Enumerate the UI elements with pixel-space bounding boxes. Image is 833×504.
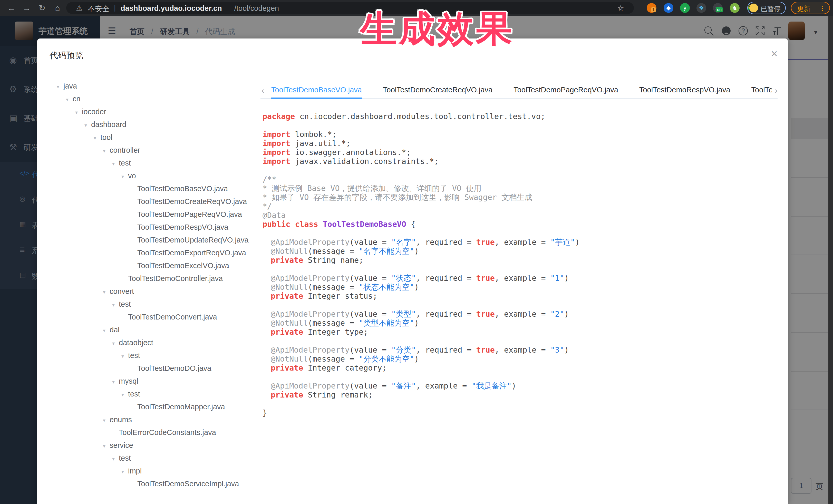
tree-folder-test[interactable]: ▾test bbox=[49, 298, 257, 311]
tree-folder-cn[interactable]: ▾cn bbox=[49, 92, 257, 105]
tree-file-ToolTestDemoController.java[interactable]: ▾ToolTestDemoController.java bbox=[49, 272, 257, 285]
tree-node-label: mysql bbox=[119, 377, 138, 385]
code-line: private Integer type; bbox=[263, 328, 776, 336]
code-token: ) bbox=[414, 318, 419, 328]
tree-caret-icon[interactable]: ▾ bbox=[103, 144, 110, 157]
close-icon[interactable]: × bbox=[771, 47, 778, 60]
tree-caret-icon[interactable]: ▾ bbox=[121, 465, 128, 478]
tree-caret-icon[interactable]: ▾ bbox=[94, 131, 100, 144]
tabs-scroll-right-icon[interactable]: › bbox=[775, 86, 778, 95]
tab-ToolTestDemoCreateReqVO.java[interactable]: ToolTestDemoCreateReqVO.java bbox=[383, 82, 493, 99]
tree-caret-icon[interactable]: ▾ bbox=[121, 388, 128, 401]
tree-node-label: dal bbox=[110, 326, 120, 334]
security-label[interactable]: 不安全 bbox=[88, 4, 109, 14]
code-line: import lombok.*; bbox=[263, 130, 776, 139]
tree-caret-icon[interactable]: ▾ bbox=[112, 157, 119, 170]
code-token: private bbox=[271, 363, 308, 373]
tree-folder-controller[interactable]: ▾controller bbox=[49, 144, 257, 157]
tab-ToolTestDemoPageReqVO.java[interactable]: ToolTestDemoPageReqVO.java bbox=[514, 82, 618, 99]
browser-forward-icon[interactable]: → bbox=[21, 3, 32, 13]
tree-folder-dataobject[interactable]: ▾dataobject bbox=[49, 336, 257, 349]
code-token: "名字不能为空" bbox=[359, 247, 414, 256]
code-line: private String remark; bbox=[263, 390, 776, 399]
code-token: String remark; bbox=[308, 390, 373, 399]
browser-back-icon[interactable]: ← bbox=[6, 3, 17, 13]
tree-caret-icon[interactable]: ▾ bbox=[75, 106, 82, 119]
dialog-title: 代码预览 bbox=[50, 50, 84, 61]
tree-folder-dal[interactable]: ▾dal bbox=[49, 323, 257, 336]
tree-caret-icon[interactable]: ▾ bbox=[85, 119, 91, 131]
tree-caret-icon[interactable]: ▾ bbox=[103, 324, 110, 337]
tree-caret-icon[interactable]: ▾ bbox=[103, 414, 110, 427]
tree-file-ToolTestDemoMapper.java[interactable]: ▾ToolTestDemoMapper.java bbox=[49, 400, 257, 413]
tree-folder-service[interactable]: ▾service bbox=[49, 439, 257, 452]
tree-caret-icon[interactable]: ▾ bbox=[112, 452, 119, 465]
tree-caret-icon[interactable]: ▾ bbox=[121, 350, 128, 363]
extension-icon[interactable]: ♞ bbox=[730, 3, 740, 13]
tree-file-ToolTestDemoPageReqVO.java[interactable]: ▾ToolTestDemoPageReqVO.java bbox=[49, 208, 257, 221]
tree-file-ToolTestDemoUpdateReqVO.java[interactable]: ▾ToolTestDemoUpdateReqVO.java bbox=[49, 234, 257, 246]
tree-folder-test[interactable]: ▾test bbox=[49, 452, 257, 464]
tree-node-label: java bbox=[63, 82, 77, 90]
tree-caret-icon[interactable]: ▾ bbox=[121, 170, 128, 183]
tree-caret-icon[interactable]: ▾ bbox=[57, 80, 63, 93]
tree-folder-impl[interactable]: ▾impl bbox=[49, 464, 257, 477]
tree-folder-mysql[interactable]: ▾mysql bbox=[49, 375, 257, 387]
tree-folder-convert[interactable]: ▾convert bbox=[49, 285, 257, 298]
code-token: private bbox=[271, 390, 308, 399]
code-line: @NotNull(message = "类型不能为空") bbox=[263, 318, 776, 328]
tabs-scroll-left-icon[interactable]: ‹ bbox=[262, 86, 264, 95]
tree-file-ToolTestDemoExportReqVO.java[interactable]: ▾ToolTestDemoExportReqVO.java bbox=[49, 246, 257, 259]
code-token: true bbox=[476, 345, 495, 354]
tree-folder-iocoder[interactable]: ▾iocoder bbox=[49, 105, 257, 118]
code-line: @ApiModelProperty(value = "分类", required… bbox=[263, 345, 776, 354]
tree-file-ToolTestDemoRespVO.java[interactable]: ▾ToolTestDemoRespVO.java bbox=[49, 221, 257, 234]
code-token: ) bbox=[564, 310, 569, 318]
tree-file-ToolTestDemoBaseVO.java[interactable]: ▾ToolTestDemoBaseVO.java bbox=[49, 182, 257, 195]
code-token: , example = bbox=[495, 345, 550, 354]
address-bar[interactable]: ⚠ 不安全 | dashboard.yudao.iocoder.cn /tool… bbox=[66, 2, 634, 14]
browser-update-button[interactable]: 更新 ⋮ bbox=[791, 2, 830, 14]
tree-file-ToolTestDemoServiceImpl.java[interactable]: ▾ToolTestDemoServiceImpl.java bbox=[49, 477, 257, 490]
code-line: @ApiModelProperty(value = "备注", example … bbox=[263, 381, 776, 390]
extension-icon[interactable]: 1 bbox=[647, 3, 657, 13]
bookmark-star-icon[interactable]: ☆ bbox=[617, 4, 624, 13]
tree-caret-icon[interactable]: ▾ bbox=[103, 439, 110, 452]
tree-caret-icon[interactable]: ▾ bbox=[66, 93, 73, 106]
code-token: private bbox=[271, 291, 308, 301]
tree-folder-test[interactable]: ▾test bbox=[49, 157, 257, 169]
tree-caret-icon[interactable]: ▾ bbox=[112, 376, 119, 388]
tab-ToolTestDemoRespVO.java[interactable]: ToolTestDemoRespVO.java bbox=[639, 82, 730, 99]
tree-folder-dashboard[interactable]: ▾dashboard bbox=[49, 118, 257, 131]
tab-ToolTestDemoBaseVO.java[interactable]: ToolTestDemoBaseVO.java bbox=[271, 82, 362, 99]
tree-folder-enums[interactable]: ▾enums bbox=[49, 413, 257, 426]
tree-folder-java[interactable]: ▾java bbox=[49, 79, 257, 92]
code-token: "分类不能为空" bbox=[359, 354, 414, 363]
code-token: "类型不能为空" bbox=[359, 318, 414, 328]
code-line: package cn.iocoder.dashboard.modules.too… bbox=[263, 112, 776, 121]
code-token: */ bbox=[263, 202, 272, 211]
tree-folder-tool[interactable]: ▾tool bbox=[49, 131, 257, 144]
tree-folder-vo[interactable]: ▾vo bbox=[49, 169, 257, 182]
tab-ToolTestDemoUpdateReqVO.java[interactable]: ToolTestDemoUpdateReqVO.java bbox=[752, 82, 772, 99]
extension-icon[interactable]: ☰ on bbox=[713, 3, 723, 13]
browser-reload-icon[interactable]: ↻ bbox=[37, 3, 48, 13]
tree-folder-test[interactable]: ▾test bbox=[49, 387, 257, 400]
tree-caret-icon[interactable]: ▾ bbox=[103, 286, 110, 298]
code-line: */ bbox=[263, 202, 776, 211]
tree-folder-test[interactable]: ▾test bbox=[49, 349, 257, 362]
extension-icon[interactable]: y bbox=[680, 3, 690, 13]
code-token: "芋道" bbox=[550, 238, 575, 247]
tree-file-ToolTestDemoCreateReqVO.java[interactable]: ▾ToolTestDemoCreateReqVO.java bbox=[49, 195, 257, 208]
extension-icon[interactable]: ❖ bbox=[696, 3, 706, 13]
tree-file-ToolTestDemoConvert.java[interactable]: ▾ToolTestDemoConvert.java bbox=[49, 311, 257, 323]
tree-node-label: ToolTestDemoMapper.java bbox=[137, 403, 225, 411]
browser-profile-chip[interactable]: 已暂停 bbox=[747, 2, 786, 14]
tree-caret-icon[interactable]: ▾ bbox=[112, 337, 119, 350]
extension-icon[interactable]: ◆ bbox=[664, 3, 673, 13]
tree-file-ToolTestDemoDO.java[interactable]: ▾ToolTestDemoDO.java bbox=[49, 362, 257, 375]
tree-file-ToolTestDemoExcelVO.java[interactable]: ▾ToolTestDemoExcelVO.java bbox=[49, 259, 257, 272]
tree-caret-icon[interactable]: ▾ bbox=[112, 298, 119, 311]
browser-home-icon[interactable]: ⌂ bbox=[52, 3, 63, 13]
tree-file-ToolErrorCodeConstants.java[interactable]: ▾ToolErrorCodeConstants.java bbox=[49, 426, 257, 439]
